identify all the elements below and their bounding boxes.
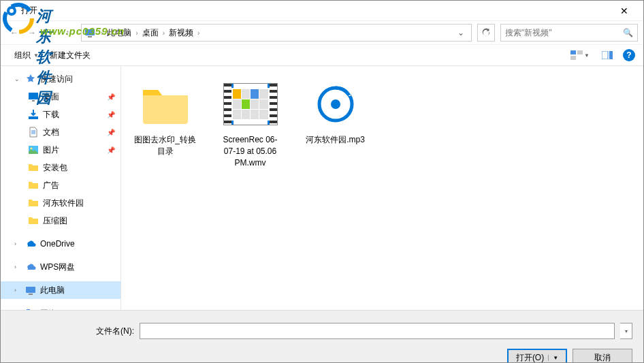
close-button[interactable]: ✕ [611,1,638,20]
pc-icon [25,285,36,296]
file-list[interactable]: 图图去水印_转换目录 ScreenRec 06-07-19 at 05.06 P… [121,66,643,310]
folder-icon [28,215,39,226]
svg-rect-6 [88,36,92,37]
file-label: 河东软件园.mp3 [306,134,365,146]
refresh-icon [481,28,491,37]
pictures-icon [28,144,39,155]
breadcrumb-item[interactable]: 新视频 [167,27,195,39]
help-button[interactable]: ? [623,49,635,61]
svg-rect-18 [27,309,30,310]
folder-icon [142,84,189,124]
chevron-right-icon: › [160,29,167,37]
sidebar-label: 网络 [40,308,57,311]
video-thumbnail-icon [223,83,278,125]
nav-back-button[interactable]: ← [6,25,22,41]
search-box[interactable]: 🔍 [500,24,638,42]
app-icon [6,5,17,16]
onedrive-icon [25,238,36,249]
file-item-video[interactable]: ScreenRec 06-07-19 at 05.06 PM.wmv [214,74,286,171]
preview-pane-icon [602,51,613,59]
nav-recent-dropdown[interactable]: ▾ [42,25,58,41]
svg-rect-8 [577,50,583,54]
folder-icon [28,180,39,191]
sidebar-label: WPS网盘 [40,262,75,273]
sidebar-label: 桌面 [43,91,59,103]
chevron-down-icon: ▼ [584,52,590,59]
sidebar-thumbs[interactable]: 压缩图 [1,212,120,230]
organize-label: 组织 [14,50,31,61]
download-icon [28,109,39,120]
view-options-button[interactable]: ▼ [568,48,592,63]
sidebar-quick-access[interactable]: ⌄ 快速访问 [1,70,120,88]
sidebar-thispc[interactable]: › 此电脑 [1,281,120,299]
desktop-icon [28,91,39,102]
breadcrumb[interactable]: › 此电脑 › 桌面 › 新视频 › ⌄ [81,24,472,42]
file-item-folder[interactable]: 图图去水印_转换目录 [129,74,201,160]
pin-icon: 📌 [107,111,115,119]
sidebar-label: 快速访问 [40,74,73,85]
sidebar-label: 图片 [43,144,59,156]
refresh-button[interactable] [477,24,495,42]
search-input[interactable] [505,28,623,37]
svg-rect-10 [602,51,608,59]
nav-forward-button[interactable]: → [24,25,40,41]
preview-pane-button[interactable] [596,48,619,63]
folder-icon [28,162,39,173]
sidebar-label: 此电脑 [40,285,65,296]
filename-dropdown[interactable]: ▾ [620,323,632,339]
sidebar-wps[interactable]: › WPS网盘 [1,258,120,276]
open-button[interactable]: 打开(O) ▼ [507,349,567,363]
breadcrumb-dropdown[interactable]: ⌄ [453,28,468,37]
folder-icon [28,198,39,208]
breadcrumb-item[interactable]: 桌面 [141,27,160,39]
network-icon [25,308,36,310]
sidebar-hdsoft[interactable]: 河东软件园 [1,194,120,212]
chevron-right-icon: › [133,29,140,37]
sidebar-pictures[interactable]: 图片 📌 [1,141,120,159]
new-folder-button[interactable]: 新建文件夹 [44,47,96,64]
sidebar-downloads[interactable]: 下载 📌 [1,106,120,123]
search-icon: 🔍 [623,28,633,37]
cancel-button[interactable]: 取消 [573,349,632,363]
sidebar-desktop[interactable]: 桌面 📌 [1,88,120,106]
newfolder-label: 新建文件夹 [50,50,91,61]
expand-icon: ⌄ [14,76,21,82]
content-area: ⌄ 快速访问 桌面 📌 下载 📌 文档 📌 图片 📌 安装包 [1,66,643,310]
nav-up-button[interactable]: ↑ [59,25,76,41]
file-item-audio[interactable]: 河东软件园.mp3 [300,74,371,148]
file-label: ScreenRec 06-07-19 at 05.06 PM.wmv [217,134,283,168]
chevron-right-icon: › [195,29,202,37]
breadcrumb-item[interactable]: 此电脑 [106,27,133,39]
sidebar-network[interactable]: › 网络 [1,304,120,310]
sidebar-installpkg[interactable]: 安装包 [1,159,120,176]
file-label: 图图去水印_转换目录 [132,134,198,157]
sidebar-label: 河东软件园 [43,198,84,209]
sidebar-ads[interactable]: 广告 [1,176,120,194]
sidebar-label: 文档 [43,127,59,138]
sidebar-onedrive[interactable]: › OneDrive [1,235,120,253]
window-title: 打开 [21,5,611,16]
filename-input[interactable] [140,323,615,339]
pin-icon: 📌 [107,93,115,101]
svg-rect-12 [29,93,38,99]
view-icon [570,50,583,60]
expand-icon: › [14,287,21,294]
star-icon [25,74,36,84]
cloud-icon [25,262,36,272]
sidebar-label: OneDrive [40,239,75,249]
toolbar: 组织 ▼ 新建文件夹 ▼ ? [1,44,643,66]
document-icon [28,127,39,138]
sidebar-label: 广告 [43,180,59,191]
organize-menu[interactable]: 组织 ▼ [9,47,44,64]
expand-icon: › [14,264,21,270]
navbar: ← → ▾ ↑ › 此电脑 › 桌面 › 新视频 › ⌄ 🔍 [1,21,643,44]
svg-point-4 [10,9,14,13]
sidebar-label: 压缩图 [43,215,67,227]
sidebar-documents[interactable]: 文档 📌 [1,123,120,141]
open-label: 打开(O) [516,352,544,364]
pc-icon [84,27,95,38]
svg-rect-16 [26,287,35,293]
titlebar: 打开 ✕ [1,1,643,21]
dialog-bottom: 文件名(N): ▾ 打开(O) ▼ 取消 [1,310,643,363]
expand-icon: › [14,240,21,247]
